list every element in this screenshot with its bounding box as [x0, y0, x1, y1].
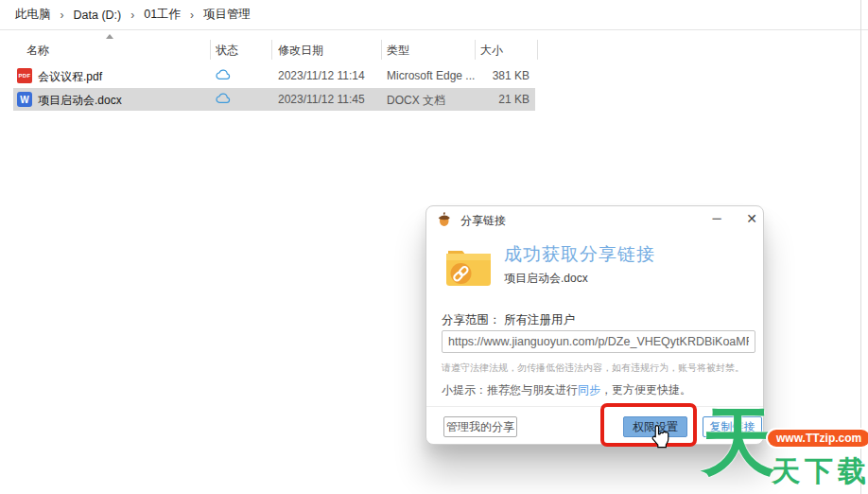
column-header-name[interactable]: 名称	[26, 43, 49, 59]
breadcrumb: 此电脑 › Data (D:) › 01工作 › 项目管理	[0, 0, 868, 30]
tip-prefix: 小提示：推荐您与朋友进行	[442, 383, 578, 397]
minimize-button[interactable]: ─	[706, 209, 727, 228]
hand-cursor-icon	[649, 423, 671, 450]
sort-ascending-icon	[106, 34, 113, 39]
nutstore-acorn-icon	[436, 211, 452, 227]
column-divider[interactable]	[271, 40, 272, 60]
share-link-input[interactable]	[442, 330, 755, 353]
file-name[interactable]: 项目启动会.docx	[38, 93, 122, 109]
column-header-status[interactable]: 状态	[216, 43, 238, 59]
share-scope-value: 所有注册用户	[504, 313, 575, 326]
breadcrumb-item-project-mgmt[interactable]: 项目管理	[198, 4, 256, 26]
breadcrumb-item-work[interactable]: 01工作	[138, 4, 186, 26]
share-link-dialog: 分享链接 ─ ✕ 成功获取分享链接 项目启动会.docx 分享范围： 所有注册用…	[425, 205, 764, 445]
column-header-size[interactable]: 大小	[480, 43, 503, 59]
shared-filename: 项目启动会.docx	[504, 271, 588, 287]
word-file-icon: W	[17, 92, 32, 107]
watermark-site-badge: www.TTzip.com	[768, 430, 868, 447]
column-divider[interactable]	[537, 40, 538, 60]
tip-text: 小提示：推荐您与朋友进行同步，更方便更快捷。	[442, 382, 691, 398]
table-row-selected[interactable]: W 项目启动会.docx 2023/11/12 11:45 DOCX 文档 21…	[0, 88, 868, 111]
sync-link[interactable]: 同步	[578, 383, 600, 397]
file-type: DOCX 文档	[387, 93, 445, 109]
file-modified-date: 2023/11/12 11:14	[278, 69, 365, 82]
cloud-status-icon	[216, 69, 233, 83]
file-size: 21 KB	[444, 93, 529, 106]
share-scope-label: 分享范围：	[442, 313, 501, 326]
share-scope: 分享范围： 所有注册用户	[442, 312, 575, 328]
column-header-type[interactable]: 类型	[387, 43, 409, 59]
column-divider[interactable]	[210, 40, 211, 60]
shared-folder-link-icon	[443, 242, 494, 292]
dialog-titlebar[interactable]: 分享链接 ─ ✕	[426, 206, 763, 232]
file-name[interactable]: 会议议程.pdf	[38, 69, 102, 85]
footer-divider	[426, 406, 763, 407]
breadcrumb-separator-icon: ›	[127, 9, 138, 22]
column-divider[interactable]	[381, 40, 382, 60]
file-size: 381 KB	[444, 69, 529, 82]
column-divider[interactable]	[475, 40, 476, 60]
breadcrumb-separator-icon: ›	[57, 9, 68, 22]
file-list-header: 名称 状态 修改日期 类型 大小	[0, 38, 868, 62]
pdf-file-icon: PDF	[17, 68, 32, 83]
close-button[interactable]: ✕	[741, 209, 762, 228]
watermark-small-text: 天下载	[772, 452, 868, 491]
manage-shares-button[interactable]: 管理我的分享	[443, 416, 517, 437]
tip-suffix: ，更方便更快捷。	[600, 383, 691, 397]
dialog-heading: 成功获取分享链接	[504, 242, 655, 267]
breadcrumb-item-drive-d[interactable]: Data (D:)	[68, 6, 128, 25]
breadcrumb-item-this-pc[interactable]: 此电脑	[9, 4, 57, 26]
breadcrumb-separator-icon: ›	[186, 9, 198, 22]
table-row[interactable]: PDF 会议议程.pdf 2023/11/12 11:14 Microsoft …	[0, 64, 868, 87]
column-header-modified[interactable]: 修改日期	[278, 43, 323, 59]
file-modified-date: 2023/11/12 11:45	[278, 93, 365, 106]
cloud-status-icon	[216, 93, 233, 107]
copy-link-button[interactable]: 复制链接	[703, 416, 762, 437]
legal-notice: 请遵守法律法规，勿传播低俗违法内容，如有违规行为，账号将被封禁。	[442, 362, 744, 375]
dialog-title: 分享链接	[460, 213, 506, 229]
